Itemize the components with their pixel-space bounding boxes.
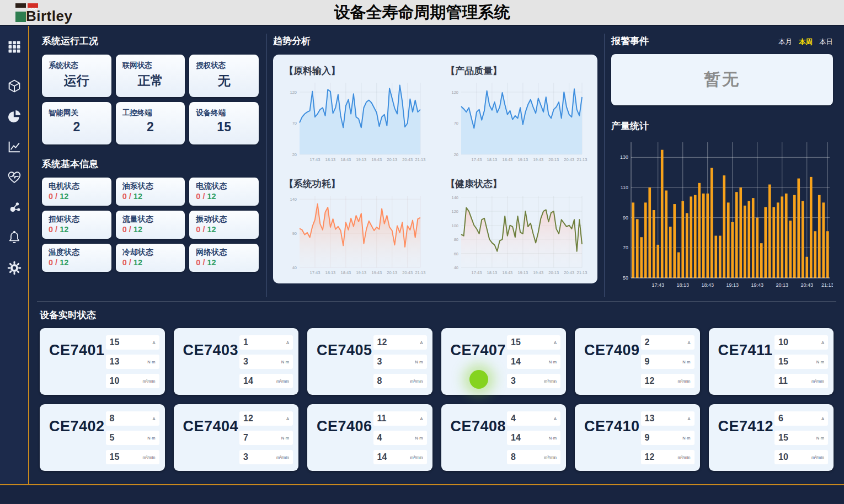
- svg-text:18:43: 18:43: [701, 282, 714, 288]
- product-quality-chart: 207012017:4318:1318:4319:1319:4320:1320:…: [445, 79, 587, 163]
- info-card: 电机状态0 / 12: [42, 178, 111, 206]
- device-metric-row: 13A: [641, 411, 695, 426]
- svg-text:19:43: 19:43: [371, 157, 382, 162]
- tab-this-week[interactable]: 本周: [799, 37, 813, 47]
- material-input-chart: 207012017:4318:1318:4319:1319:4320:1320:…: [283, 79, 426, 163]
- tab-today[interactable]: 本日: [819, 37, 833, 47]
- svg-text:20: 20: [454, 152, 458, 157]
- page-title: 设备全寿命周期管理系统: [334, 2, 510, 24]
- panel-trend: 趋势分析 【原料输入】 207012017:4318:1318:4319:131…: [267, 26, 604, 297]
- device-metric-row: 5N·m: [106, 431, 159, 445]
- device-card-ce7404[interactable]: CE7404 12A 7N·m 3m³/min: [174, 404, 299, 471]
- status-card: 系统状态运行: [42, 55, 111, 97]
- molecule-icon[interactable]: [7, 200, 22, 215]
- app-header: Birtley 设备全寿命周期管理系统: [0, 0, 844, 26]
- device-card-ce7408[interactable]: CE7408 4A 14N·m 8m³/min: [441, 404, 567, 471]
- device-card-ce7411[interactable]: CE7411 10A 15N·m 11m³/min: [709, 328, 834, 395]
- svg-text:18:13: 18:13: [325, 270, 336, 275]
- info-card: 电流状态0 / 12: [189, 178, 259, 206]
- device-card-ce7405[interactable]: CE7405 12A 3N·m 8m³/min: [307, 328, 432, 395]
- chart-block-power-usage: 【系统功耗】 409014017:4318:1318:4319:1319:432…: [283, 171, 426, 282]
- tab-this-month[interactable]: 本月: [778, 37, 792, 47]
- alarm-empty-text: 暂无: [704, 68, 740, 91]
- chart-title: 【产品质量】: [446, 65, 587, 77]
- device-metric-row: 12m³/min: [641, 374, 695, 388]
- line-chart-icon[interactable]: [7, 139, 22, 154]
- info-card: 冷却状态0 / 12: [116, 244, 185, 272]
- device-metric-row: 14m³/min: [239, 374, 293, 388]
- device-metric-row: 3m³/min: [239, 450, 293, 464]
- device-metric-row: 6A: [774, 411, 828, 426]
- svg-text:19:43: 19:43: [533, 270, 543, 275]
- status-card: 工控终端2: [116, 102, 185, 144]
- svg-text:21:13: 21:13: [577, 270, 587, 275]
- device-card-ce7402[interactable]: CE7402 8A 5N·m 15m³/min: [40, 404, 165, 471]
- device-card-ce7410[interactable]: CE7410 13A 9N·m 12m³/min: [575, 404, 700, 471]
- device-metric-row: 15m³/min: [106, 450, 159, 464]
- device-metric-row: 9N·m: [641, 355, 695, 369]
- production-title: 产量统计: [611, 120, 833, 132]
- cube-3d-icon[interactable]: [7, 78, 22, 94]
- svg-text:20:43: 20:43: [564, 270, 574, 275]
- device-metric-row: 14N·m: [507, 431, 560, 445]
- svg-text:17:43: 17:43: [310, 157, 320, 162]
- device-card-ce7407[interactable]: CE7407 15A 14N·m 3m³/min: [441, 328, 567, 395]
- info-card: 油泵状态0 / 12: [116, 178, 185, 206]
- svg-text:19:13: 19:13: [356, 270, 366, 275]
- info-card: 振动状态0 / 12: [189, 211, 259, 239]
- health-pulse-icon[interactable]: [7, 169, 22, 185]
- pie-chart-icon[interactable]: [7, 109, 22, 124]
- device-metric-row: 15N·m: [774, 355, 828, 369]
- info-card: 扭矩状态0 / 12: [42, 211, 111, 239]
- svg-text:140: 140: [290, 197, 297, 202]
- alarm-title: 报警事件: [611, 35, 649, 47]
- svg-text:18:43: 18:43: [340, 157, 351, 162]
- svg-text:60: 60: [454, 251, 458, 256]
- svg-text:18:43: 18:43: [502, 270, 512, 275]
- svg-text:18:13: 18:13: [325, 157, 336, 162]
- active-indicator-dot: [469, 370, 488, 389]
- device-metric-row: 14N·m: [507, 355, 560, 369]
- svg-text:21:13: 21:13: [415, 270, 426, 275]
- status-card: 授权状态无: [189, 55, 259, 97]
- device-card-ce7409[interactable]: CE7409 2A 9N·m 12m³/min: [575, 328, 700, 395]
- bell-icon[interactable]: [7, 230, 22, 245]
- svg-text:20:43: 20:43: [564, 157, 574, 162]
- device-card-ce7403[interactable]: CE7403 1A 3N·m 14m³/min: [174, 328, 299, 395]
- device-metric-row: 10m³/min: [106, 374, 159, 388]
- apps-grid-icon[interactable]: [7, 39, 22, 55]
- status-card: 联网状态正常: [116, 55, 185, 97]
- svg-text:40: 40: [292, 265, 297, 270]
- svg-text:17:43: 17:43: [310, 270, 320, 275]
- device-card-ce7406[interactable]: CE7406 11A 4N·m 14m³/min: [307, 404, 432, 471]
- device-metric-row: 12A: [239, 411, 293, 426]
- svg-text:20:43: 20:43: [402, 157, 413, 162]
- status-card: 设备终端15: [189, 102, 259, 144]
- trend-card: 【原料输入】 207012017:4318:1318:4319:1319:432…: [273, 55, 597, 283]
- device-metric-row: 12A: [373, 335, 427, 350]
- device-metric-row: 13N·m: [106, 355, 159, 369]
- device-metric-row: 15A: [507, 335, 560, 350]
- device-metric-row: 3N·m: [239, 355, 293, 369]
- svg-text:120: 120: [290, 90, 297, 95]
- device-metric-row: 11A: [373, 411, 427, 426]
- device-card-ce7412[interactable]: CE7412 6A 15N·m 10m³/min: [709, 404, 834, 471]
- system-status-title: 系统运行工况: [42, 35, 259, 47]
- chart-block-health-status: 【健康状态】 40608010012014017:4318:1318:4319:…: [445, 171, 587, 282]
- system-info-title: 系统基本信息: [42, 158, 259, 170]
- device-card-ce7401[interactable]: CE7401 15A 13N·m 10m³/min: [40, 328, 165, 395]
- device-metric-row: 8m³/min: [373, 374, 427, 388]
- svg-text:18:13: 18:13: [676, 282, 689, 288]
- horizontal-divider: [37, 302, 836, 302]
- device-metric-row: 12m³/min: [641, 450, 695, 464]
- svg-text:19:43: 19:43: [533, 157, 543, 162]
- power-usage-chart: 409014017:4318:1318:4319:1319:4320:1320:…: [283, 192, 426, 276]
- chart-title: 【原料输入】: [284, 65, 426, 77]
- main-content: 系统运行工况 系统状态运行 联网状态正常 授权状态无 智能网关2 工控终端2 设…: [29, 26, 844, 484]
- svg-text:40: 40: [454, 265, 458, 270]
- svg-text:20:13: 20:13: [387, 157, 397, 162]
- svg-text:18:43: 18:43: [340, 270, 351, 275]
- settings-gear-icon[interactable]: [7, 260, 22, 276]
- svg-text:80: 80: [454, 237, 458, 242]
- device-metric-row: 3m³/min: [507, 374, 560, 388]
